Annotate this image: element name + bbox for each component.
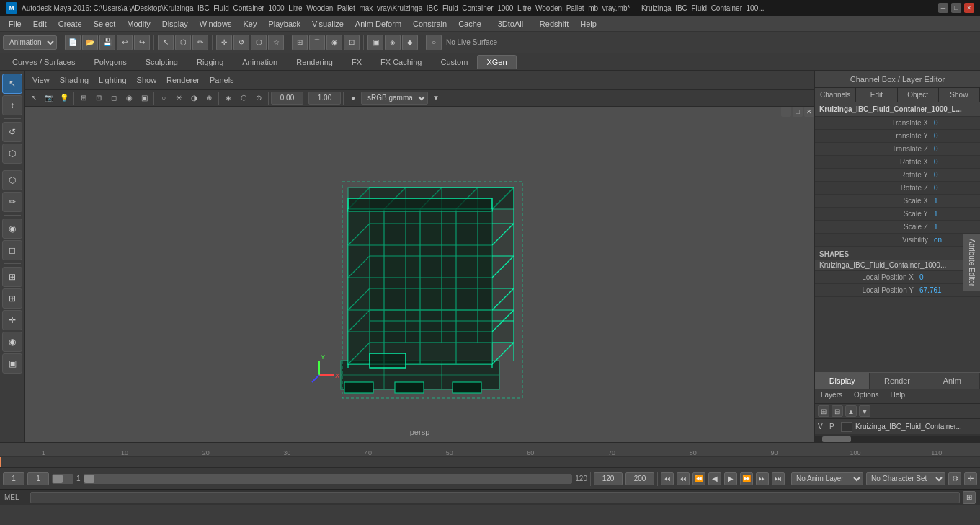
render-button[interactable]: ▣ — [368, 35, 383, 50]
tab-curves-surfaces[interactable]: Curves / Surfaces — [3, 55, 84, 69]
tab-fx-caching[interactable]: FX Caching — [371, 55, 431, 69]
play-back-button[interactable]: ◀ — [708, 472, 721, 485]
vp-anim-icon[interactable]: ⊙ — [251, 91, 266, 105]
lasso-tool[interactable]: ⬡ — [175, 35, 191, 50]
gamma-options-icon[interactable]: ▼ — [429, 91, 443, 105]
show-menu[interactable]: Show — [133, 74, 161, 86]
vp-select-icon[interactable]: ↖ — [27, 91, 41, 105]
vp-smooth-icon[interactable]: ◉ — [122, 91, 136, 105]
scale-mode-button[interactable]: ⬡ — [2, 144, 22, 164]
cb-tab-object[interactable]: Object — [898, 88, 939, 102]
tab-custom[interactable]: Custom — [432, 55, 478, 69]
frame-end-input[interactable] — [594, 472, 623, 485]
sculpt-button[interactable]: ◻ — [2, 240, 22, 260]
animation-mode-select[interactable]: Animation — [3, 35, 57, 50]
grid-button[interactable]: ⊞ — [2, 267, 22, 287]
snap-grid[interactable]: ⊞ — [292, 35, 308, 50]
layer-color-swatch[interactable] — [841, 422, 852, 432]
menu-item-cache[interactable]: Cache — [453, 18, 487, 30]
frame-current-input[interactable] — [27, 472, 49, 485]
channel-row-6[interactable]: Scale X1 — [815, 195, 980, 208]
layer-down-button[interactable]: ▼ — [859, 405, 870, 417]
play-forward-button[interactable]: ▶ — [724, 472, 737, 485]
display-render[interactable]: ◆ — [402, 35, 418, 50]
paint-tool[interactable]: ✏ — [192, 35, 208, 50]
panel-collapse-button[interactable]: ─ — [781, 107, 791, 117]
channel-row-8[interactable]: Scale Z1 — [815, 221, 980, 234]
tab-sculpting[interactable]: Sculpting — [136, 55, 187, 69]
menu-item-constrain[interactable]: Constrain — [407, 18, 453, 30]
snap-view[interactable]: ⊡ — [344, 35, 360, 50]
edge-button[interactable]: ▣ — [2, 353, 22, 374]
tab-polygons[interactable]: Polygons — [84, 55, 135, 69]
anim-tab[interactable]: Anim — [925, 373, 980, 389]
vp-texture-icon[interactable]: ▣ — [137, 91, 151, 105]
view-menu[interactable]: View — [28, 74, 54, 86]
char-set-add-button[interactable]: ✛ — [964, 472, 977, 485]
channel-row-4[interactable]: Rotate Y0 — [815, 169, 980, 182]
vp-shadow-icon[interactable]: ☀ — [172, 91, 186, 105]
ipr-button[interactable]: ◈ — [385, 35, 401, 50]
menu-item-anim-deform[interactable]: Anim Deform — [349, 18, 407, 30]
script-editor-button[interactable]: ⊞ — [963, 491, 976, 504]
go-to-end-button[interactable]: ⏭ — [772, 472, 785, 485]
viewport-canvas[interactable]: X Y persp — [25, 107, 814, 442]
cb-tab-channels[interactable]: Channels — [815, 88, 856, 102]
timeline-bar[interactable] — [0, 457, 980, 467]
layer-remove-button[interactable]: ⊟ — [832, 405, 843, 417]
menu-item-visualize[interactable]: Visualize — [306, 18, 349, 30]
tab-xgen[interactable]: XGen — [477, 55, 516, 69]
vp-dof-icon[interactable]: ⊕ — [202, 91, 216, 105]
open-file-button[interactable]: 📂 — [82, 35, 98, 50]
go-to-start-button[interactable]: ⏮ — [661, 472, 674, 485]
paint-select-button[interactable]: ✏ — [2, 192, 22, 212]
menu-item-help[interactable]: Help — [574, 18, 602, 30]
lasso-select-button[interactable]: ⬡ — [2, 170, 22, 190]
minimize-button[interactable]: ─ — [938, 3, 948, 13]
layer-visibility-toggle[interactable]: V — [818, 423, 827, 431]
lighting-menu[interactable]: Lighting — [94, 74, 131, 86]
step-forward-button[interactable]: ⏭ — [756, 472, 769, 485]
channel-row-7[interactable]: Scale Y1 — [815, 208, 980, 221]
new-file-button[interactable]: 📄 — [65, 35, 81, 50]
channel-row-3[interactable]: Rotate X0 — [815, 156, 980, 169]
rotate-tool[interactable]: ↺ — [233, 35, 249, 50]
timeline-marker[interactable] — [0, 457, 1, 467]
menu-item-windows[interactable]: Windows — [194, 18, 238, 30]
vp-ao-icon[interactable]: ◑ — [187, 91, 201, 105]
vp-wire-icon[interactable]: ◻ — [107, 91, 121, 105]
attribute-editor-tab[interactable]: Attribute Editor — [963, 234, 980, 291]
layer-add-button[interactable]: ⊞ — [818, 405, 829, 417]
prev-key-button[interactable]: ⏪ — [692, 472, 705, 485]
scroll-thumb[interactable] — [822, 436, 851, 442]
tab-fx[interactable]: FX — [342, 55, 371, 69]
snap-curve[interactable]: ⌒ — [309, 35, 325, 50]
right-panel-scrollbar[interactable] — [815, 435, 980, 442]
snap-point[interactable]: ◉ — [326, 35, 342, 50]
step-back-button[interactable]: ⏮ — [677, 472, 690, 485]
renderer-menu[interactable]: Renderer — [162, 74, 204, 86]
select-tool[interactable]: ↖ — [158, 35, 174, 50]
channel-row-1[interactable]: Translate Y0 — [815, 130, 980, 143]
vp-crease-icon[interactable]: ⬡ — [236, 91, 251, 105]
frame-range-slider[interactable] — [84, 474, 573, 484]
grid2-button[interactable]: ⊞ — [2, 288, 22, 309]
slider-thumb[interactable] — [53, 475, 63, 483]
render-tab[interactable]: Render — [870, 373, 925, 389]
range-thumb[interactable] — [84, 475, 94, 483]
vp-camera-icon[interactable]: 📷 — [42, 91, 56, 105]
layer-up-button[interactable]: ▲ — [845, 405, 857, 417]
mel-input[interactable] — [30, 492, 960, 503]
vertex-button[interactable]: ◉ — [2, 332, 22, 352]
anim-layer-select[interactable]: No Anim Layer — [791, 472, 863, 485]
channel-row-9[interactable]: Visibilityon — [815, 234, 980, 247]
channel-row-5[interactable]: Rotate Z0 — [815, 182, 980, 195]
move-tool[interactable]: ✛ — [216, 35, 232, 50]
tab-animation[interactable]: Animation — [233, 55, 287, 69]
display-tab[interactable]: Display — [815, 373, 870, 389]
shapes-row-1[interactable]: Local Position Y67.761 — [815, 284, 980, 297]
menu-item-redshift[interactable]: Redshift — [534, 18, 574, 30]
frame-start-input[interactable] — [3, 472, 24, 485]
vp-view-icon[interactable]: ⊡ — [92, 91, 106, 105]
panels-menu[interactable]: Panels — [205, 74, 239, 86]
